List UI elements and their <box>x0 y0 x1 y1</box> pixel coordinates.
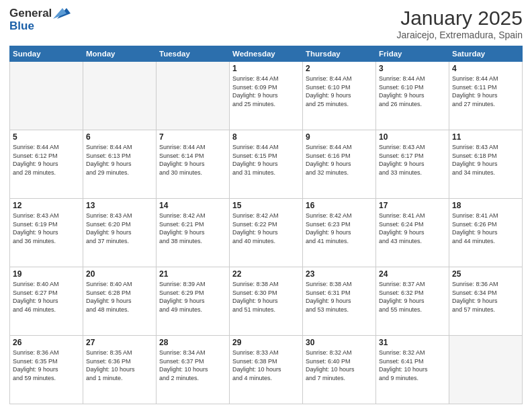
day-info: Sunrise: 8:41 AM Sunset: 6:24 PM Dayligh… <box>379 212 446 245</box>
day-number: 25 <box>452 269 519 279</box>
day-info: Sunrise: 8:44 AM Sunset: 6:09 PM Dayligh… <box>232 75 300 108</box>
cell-w5-d1: 26Sunrise: 8:36 AM Sunset: 6:35 PM Dayli… <box>10 336 83 404</box>
week-row-1: 1Sunrise: 8:44 AM Sunset: 6:09 PM Daylig… <box>10 62 523 130</box>
day-info: Sunrise: 8:38 AM Sunset: 6:31 PM Dayligh… <box>306 280 373 314</box>
logo-general-text: General <box>9 7 52 20</box>
cell-w1-d3 <box>157 62 230 130</box>
day-number: 1 <box>232 64 300 73</box>
week-row-4: 19Sunrise: 8:40 AM Sunset: 6:27 PM Dayli… <box>10 267 523 336</box>
day-number: 22 <box>232 269 300 279</box>
cell-w4-d5: 23Sunrise: 8:38 AM Sunset: 6:31 PM Dayli… <box>303 267 376 336</box>
week-row-3: 12Sunrise: 8:43 AM Sunset: 6:19 PM Dayli… <box>10 199 523 267</box>
day-info: Sunrise: 8:39 AM Sunset: 6:29 PM Dayligh… <box>159 280 226 314</box>
day-info: Sunrise: 8:40 AM Sunset: 6:27 PM Dayligh… <box>13 280 80 314</box>
day-info: Sunrise: 8:42 AM Sunset: 6:22 PM Dayligh… <box>232 212 300 245</box>
day-info: Sunrise: 8:36 AM Sunset: 6:34 PM Dayligh… <box>452 280 519 314</box>
cell-w3-d1: 12Sunrise: 8:43 AM Sunset: 6:19 PM Dayli… <box>10 199 83 267</box>
cell-w1-d6: 3Sunrise: 8:44 AM Sunset: 6:10 PM Daylig… <box>376 62 449 130</box>
cell-w5-d2: 27Sunrise: 8:35 AM Sunset: 6:36 PM Dayli… <box>83 336 157 404</box>
day-info: Sunrise: 8:43 AM Sunset: 6:20 PM Dayligh… <box>86 212 153 245</box>
day-number: 27 <box>86 338 153 347</box>
day-info: Sunrise: 8:44 AM Sunset: 6:16 PM Dayligh… <box>306 143 373 177</box>
cell-w5-d4: 29Sunrise: 8:33 AM Sunset: 6:38 PM Dayli… <box>230 336 303 404</box>
day-info: Sunrise: 8:44 AM Sunset: 6:10 PM Dayligh… <box>306 75 373 108</box>
cell-w2-d4: 8Sunrise: 8:44 AM Sunset: 6:15 PM Daylig… <box>230 130 303 199</box>
day-number: 20 <box>86 269 153 279</box>
day-number: 14 <box>159 201 226 210</box>
day-info: Sunrise: 8:38 AM Sunset: 6:30 PM Dayligh… <box>232 280 300 314</box>
day-info: Sunrise: 8:41 AM Sunset: 6:26 PM Dayligh… <box>452 212 519 245</box>
cell-w5-d7 <box>449 336 523 404</box>
cell-w3-d7: 18Sunrise: 8:41 AM Sunset: 6:26 PM Dayli… <box>449 199 523 267</box>
day-number: 17 <box>379 201 446 210</box>
cell-w3-d4: 15Sunrise: 8:42 AM Sunset: 6:22 PM Dayli… <box>230 199 303 267</box>
page: General Blue January 2025 Jaraicejo, Ext… <box>0 0 532 411</box>
col-wednesday: Wednesday <box>230 46 303 62</box>
day-number: 6 <box>86 132 153 142</box>
cell-w2-d6: 10Sunrise: 8:43 AM Sunset: 6:17 PM Dayli… <box>376 130 449 199</box>
cell-w4-d6: 24Sunrise: 8:37 AM Sunset: 6:32 PM Dayli… <box>376 267 449 336</box>
day-info: Sunrise: 8:42 AM Sunset: 6:23 PM Dayligh… <box>306 212 373 245</box>
day-number: 31 <box>379 338 446 347</box>
day-info: Sunrise: 8:43 AM Sunset: 6:19 PM Dayligh… <box>13 212 80 245</box>
col-tuesday: Tuesday <box>157 46 230 62</box>
day-number: 16 <box>306 201 373 210</box>
day-info: Sunrise: 8:34 AM Sunset: 6:37 PM Dayligh… <box>159 349 226 382</box>
day-info: Sunrise: 8:40 AM Sunset: 6:28 PM Dayligh… <box>86 280 153 314</box>
day-number: 9 <box>306 132 373 142</box>
calendar-table: Sunday Monday Tuesday Wednesday Thursday… <box>9 46 523 404</box>
header-row: Sunday Monday Tuesday Wednesday Thursday… <box>10 46 523 62</box>
calendar-subtitle: Jaraicejo, Extremadura, Spain <box>396 30 523 40</box>
day-info: Sunrise: 8:32 AM Sunset: 6:41 PM Dayligh… <box>379 349 446 382</box>
cell-w5-d6: 31Sunrise: 8:32 AM Sunset: 6:41 PM Dayli… <box>376 336 449 404</box>
week-row-5: 26Sunrise: 8:36 AM Sunset: 6:35 PM Dayli… <box>10 336 523 404</box>
day-number: 2 <box>306 64 373 73</box>
week-row-2: 5Sunrise: 8:44 AM Sunset: 6:12 PM Daylig… <box>10 130 523 199</box>
cell-w4-d3: 21Sunrise: 8:39 AM Sunset: 6:29 PM Dayli… <box>157 267 230 336</box>
cell-w1-d5: 2Sunrise: 8:44 AM Sunset: 6:10 PM Daylig… <box>303 62 376 130</box>
day-number: 8 <box>232 132 300 142</box>
cell-w2-d3: 7Sunrise: 8:44 AM Sunset: 6:14 PM Daylig… <box>157 130 230 199</box>
cell-w3-d3: 14Sunrise: 8:42 AM Sunset: 6:21 PM Dayli… <box>157 199 230 267</box>
logo-icon <box>53 7 71 20</box>
day-number: 23 <box>306 269 373 279</box>
day-info: Sunrise: 8:44 AM Sunset: 6:14 PM Dayligh… <box>159 143 226 177</box>
day-info: Sunrise: 8:35 AM Sunset: 6:36 PM Dayligh… <box>86 349 153 382</box>
day-number: 30 <box>306 338 373 347</box>
cell-w3-d2: 13Sunrise: 8:43 AM Sunset: 6:20 PM Dayli… <box>83 199 157 267</box>
day-info: Sunrise: 8:37 AM Sunset: 6:32 PM Dayligh… <box>379 280 446 314</box>
day-number: 18 <box>452 201 519 210</box>
day-number: 15 <box>232 201 300 210</box>
day-number: 19 <box>13 269 80 279</box>
title-block: January 2025 Jaraicejo, Extremadura, Spa… <box>396 7 523 40</box>
day-number: 3 <box>379 64 446 73</box>
cell-w4-d4: 22Sunrise: 8:38 AM Sunset: 6:30 PM Dayli… <box>230 267 303 336</box>
day-info: Sunrise: 8:44 AM Sunset: 6:13 PM Dayligh… <box>86 143 153 177</box>
day-info: Sunrise: 8:32 AM Sunset: 6:40 PM Dayligh… <box>306 349 373 382</box>
day-info: Sunrise: 8:43 AM Sunset: 6:18 PM Dayligh… <box>452 143 519 177</box>
cell-w5-d5: 30Sunrise: 8:32 AM Sunset: 6:40 PM Dayli… <box>303 336 376 404</box>
cell-w2-d5: 9Sunrise: 8:44 AM Sunset: 6:16 PM Daylig… <box>303 130 376 199</box>
day-info: Sunrise: 8:36 AM Sunset: 6:35 PM Dayligh… <box>13 349 80 382</box>
cell-w1-d4: 1Sunrise: 8:44 AM Sunset: 6:09 PM Daylig… <box>230 62 303 130</box>
day-info: Sunrise: 8:33 AM Sunset: 6:38 PM Dayligh… <box>232 349 300 382</box>
cell-w5-d3: 28Sunrise: 8:34 AM Sunset: 6:37 PM Dayli… <box>157 336 230 404</box>
day-number: 11 <box>452 132 519 142</box>
cell-w4-d1: 19Sunrise: 8:40 AM Sunset: 6:27 PM Dayli… <box>10 267 83 336</box>
col-friday: Friday <box>376 46 449 62</box>
cell-w4-d7: 25Sunrise: 8:36 AM Sunset: 6:34 PM Dayli… <box>449 267 523 336</box>
header: General Blue January 2025 Jaraicejo, Ext… <box>9 7 523 40</box>
day-number: 5 <box>13 132 80 142</box>
col-sunday: Sunday <box>10 46 83 62</box>
cell-w2-d2: 6Sunrise: 8:44 AM Sunset: 6:13 PM Daylig… <box>83 130 157 199</box>
cell-w2-d1: 5Sunrise: 8:44 AM Sunset: 6:12 PM Daylig… <box>10 130 83 199</box>
day-info: Sunrise: 8:44 AM Sunset: 6:10 PM Dayligh… <box>379 75 446 108</box>
day-number: 28 <box>159 338 226 347</box>
day-info: Sunrise: 8:44 AM Sunset: 6:15 PM Dayligh… <box>232 143 300 177</box>
cell-w3-d6: 17Sunrise: 8:41 AM Sunset: 6:24 PM Dayli… <box>376 199 449 267</box>
day-number: 21 <box>159 269 226 279</box>
day-number: 10 <box>379 132 446 142</box>
cell-w1-d2 <box>83 62 157 130</box>
day-info: Sunrise: 8:44 AM Sunset: 6:11 PM Dayligh… <box>452 75 519 108</box>
day-number: 13 <box>86 201 153 210</box>
